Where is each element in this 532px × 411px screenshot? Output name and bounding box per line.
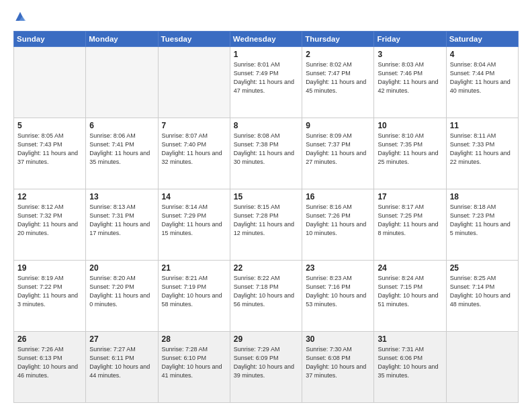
day-header-monday: Monday (86, 32, 158, 47)
day-info: Sunrise: 8:21 AM Sunset: 7:19 PM Dayligh… (162, 274, 226, 309)
calendar-table: SundayMondayTuesdayWednesdayThursdayFrid… (13, 31, 519, 403)
calendar-cell: 19Sunrise: 8:19 AM Sunset: 7:22 PM Dayli… (14, 261, 86, 332)
day-number: 17 (378, 192, 442, 201)
day-number: 21 (162, 263, 226, 273)
calendar-cell: 1Sunrise: 8:01 AM Sunset: 7:49 PM Daylig… (230, 47, 302, 118)
day-number: 20 (89, 263, 154, 273)
calendar-cell: 6Sunrise: 8:06 AM Sunset: 7:41 PM Daylig… (86, 118, 158, 189)
header (13, 11, 519, 24)
day-number: 24 (378, 263, 442, 273)
calendar-cell: 13Sunrise: 8:13 AM Sunset: 7:31 PM Dayli… (86, 189, 158, 261)
day-number: 10 (378, 121, 442, 130)
day-info: Sunrise: 8:17 AM Sunset: 7:25 PM Dayligh… (378, 203, 442, 238)
calendar-cell: 24Sunrise: 8:24 AM Sunset: 7:15 PM Dayli… (374, 261, 446, 332)
day-info: Sunrise: 8:09 AM Sunset: 7:37 PM Dayligh… (306, 132, 370, 167)
day-info: Sunrise: 8:08 AM Sunset: 7:38 PM Dayligh… (234, 132, 298, 167)
day-number: 9 (306, 121, 370, 130)
calendar-cell: 2Sunrise: 8:02 AM Sunset: 7:47 PM Daylig… (302, 47, 374, 118)
day-header-sunday: Sunday (14, 32, 86, 47)
day-number: 7 (162, 121, 226, 130)
calendar-cell (446, 332, 518, 403)
day-number: 6 (89, 121, 154, 130)
calendar-cell: 29Sunrise: 7:29 AM Sunset: 6:09 PM Dayli… (230, 332, 302, 403)
day-number: 3 (378, 50, 442, 59)
calendar-cell: 3Sunrise: 8:03 AM Sunset: 7:46 PM Daylig… (374, 47, 446, 118)
calendar-cell: 30Sunrise: 7:30 AM Sunset: 6:08 PM Dayli… (302, 332, 374, 403)
day-info: Sunrise: 8:11 AM Sunset: 7:33 PM Dayligh… (450, 132, 515, 167)
day-info: Sunrise: 7:28 AM Sunset: 6:10 PM Dayligh… (162, 345, 226, 380)
day-info: Sunrise: 8:07 AM Sunset: 7:40 PM Dayligh… (162, 132, 226, 167)
day-info: Sunrise: 7:27 AM Sunset: 6:11 PM Dayligh… (89, 345, 154, 380)
day-number: 19 (17, 263, 82, 273)
day-info: Sunrise: 8:20 AM Sunset: 7:20 PM Dayligh… (89, 274, 154, 309)
day-number: 15 (234, 192, 298, 201)
day-number: 29 (234, 334, 298, 344)
day-number: 31 (378, 334, 442, 344)
day-number: 22 (234, 263, 298, 273)
calendar-cell (86, 47, 158, 118)
day-number: 27 (89, 334, 154, 344)
day-number: 4 (450, 50, 515, 59)
day-info: Sunrise: 8:05 AM Sunset: 7:43 PM Dayligh… (17, 132, 82, 167)
calendar-cell: 28Sunrise: 7:28 AM Sunset: 6:10 PM Dayli… (158, 332, 230, 403)
calendar-week-4: 19Sunrise: 8:19 AM Sunset: 7:22 PM Dayli… (14, 261, 519, 332)
calendar-cell: 23Sunrise: 8:23 AM Sunset: 7:16 PM Dayli… (302, 261, 374, 332)
calendar-cell: 9Sunrise: 8:09 AM Sunset: 7:37 PM Daylig… (302, 118, 374, 189)
day-number: 2 (306, 50, 370, 59)
day-number: 13 (89, 192, 154, 201)
calendar-cell: 4Sunrise: 8:04 AM Sunset: 7:44 PM Daylig… (446, 47, 518, 118)
calendar-week-3: 12Sunrise: 8:12 AM Sunset: 7:32 PM Dayli… (14, 189, 519, 261)
calendar-cell: 10Sunrise: 8:10 AM Sunset: 7:35 PM Dayli… (374, 118, 446, 189)
day-info: Sunrise: 8:18 AM Sunset: 7:23 PM Dayligh… (450, 203, 515, 238)
day-info: Sunrise: 8:24 AM Sunset: 7:15 PM Dayligh… (378, 274, 442, 309)
day-header-wednesday: Wednesday (230, 32, 302, 47)
day-number: 8 (234, 121, 298, 130)
day-info: Sunrise: 8:04 AM Sunset: 7:44 PM Dayligh… (450, 60, 515, 95)
day-info: Sunrise: 8:03 AM Sunset: 7:46 PM Dayligh… (378, 60, 442, 95)
calendar-cell (158, 47, 230, 118)
calendar-cell: 18Sunrise: 8:18 AM Sunset: 7:23 PM Dayli… (446, 189, 518, 261)
calendar-cell: 14Sunrise: 8:14 AM Sunset: 7:29 PM Dayli… (158, 189, 230, 261)
day-info: Sunrise: 7:26 AM Sunset: 6:13 PM Dayligh… (17, 345, 82, 380)
page: SundayMondayTuesdayWednesdayThursdayFrid… (0, 0, 532, 411)
day-info: Sunrise: 8:06 AM Sunset: 7:41 PM Dayligh… (89, 132, 154, 167)
calendar-cell: 17Sunrise: 8:17 AM Sunset: 7:25 PM Dayli… (374, 189, 446, 261)
calendar-cell: 22Sunrise: 8:22 AM Sunset: 7:18 PM Dayli… (230, 261, 302, 332)
day-number: 14 (162, 192, 226, 201)
day-info: Sunrise: 8:14 AM Sunset: 7:29 PM Dayligh… (162, 203, 226, 238)
calendar-cell: 21Sunrise: 8:21 AM Sunset: 7:19 PM Dayli… (158, 261, 230, 332)
day-number: 28 (162, 334, 226, 344)
day-number: 23 (306, 263, 370, 273)
day-info: Sunrise: 8:13 AM Sunset: 7:31 PM Dayligh… (89, 203, 154, 238)
day-info: Sunrise: 8:22 AM Sunset: 7:18 PM Dayligh… (234, 274, 298, 309)
calendar-cell: 11Sunrise: 8:11 AM Sunset: 7:33 PM Dayli… (446, 118, 518, 189)
calendar-week-2: 5Sunrise: 8:05 AM Sunset: 7:43 PM Daylig… (14, 118, 519, 189)
calendar-header-row: SundayMondayTuesdayWednesdayThursdayFrid… (14, 32, 519, 47)
day-info: Sunrise: 8:10 AM Sunset: 7:35 PM Dayligh… (378, 132, 442, 167)
calendar-cell: 20Sunrise: 8:20 AM Sunset: 7:20 PM Dayli… (86, 261, 158, 332)
day-number: 12 (17, 192, 82, 201)
calendar-cell (14, 47, 86, 118)
day-number: 11 (450, 121, 515, 130)
logo-icon (13, 11, 27, 24)
calendar-cell: 8Sunrise: 8:08 AM Sunset: 7:38 PM Daylig… (230, 118, 302, 189)
day-number: 30 (306, 334, 370, 344)
day-info: Sunrise: 8:12 AM Sunset: 7:32 PM Dayligh… (17, 203, 82, 238)
calendar-week-1: 1Sunrise: 8:01 AM Sunset: 7:49 PM Daylig… (14, 47, 519, 118)
day-number: 26 (17, 334, 82, 344)
day-number: 25 (450, 263, 515, 273)
day-info: Sunrise: 8:02 AM Sunset: 7:47 PM Dayligh… (306, 60, 370, 95)
day-number: 1 (234, 50, 298, 59)
day-header-tuesday: Tuesday (158, 32, 230, 47)
day-header-thursday: Thursday (302, 32, 374, 47)
day-info: Sunrise: 8:25 AM Sunset: 7:14 PM Dayligh… (450, 274, 515, 309)
day-info: Sunrise: 7:29 AM Sunset: 6:09 PM Dayligh… (234, 345, 298, 380)
day-number: 5 (17, 121, 82, 130)
day-info: Sunrise: 8:15 AM Sunset: 7:28 PM Dayligh… (234, 203, 298, 238)
calendar-cell: 7Sunrise: 8:07 AM Sunset: 7:40 PM Daylig… (158, 118, 230, 189)
logo (13, 11, 30, 24)
calendar-cell: 27Sunrise: 7:27 AM Sunset: 6:11 PM Dayli… (86, 332, 158, 403)
day-header-saturday: Saturday (446, 32, 518, 47)
day-number: 18 (450, 192, 515, 201)
calendar-cell: 26Sunrise: 7:26 AM Sunset: 6:13 PM Dayli… (14, 332, 86, 403)
